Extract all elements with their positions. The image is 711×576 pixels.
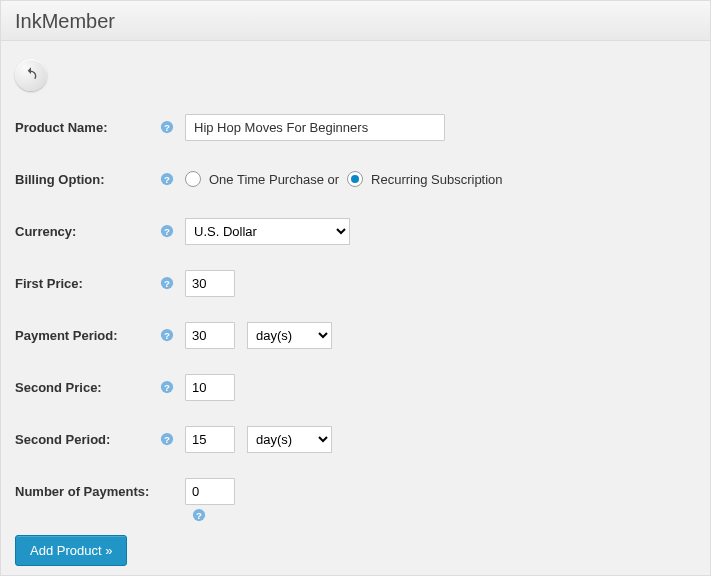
help-icon[interactable]: ?: [159, 119, 175, 135]
payment-period-unit-select[interactable]: day(s): [247, 322, 332, 349]
svg-text:?: ?: [196, 510, 202, 521]
row-second-period: Second Period: ? day(s): [15, 425, 696, 453]
row-payment-period: Payment Period: ? day(s): [15, 321, 696, 349]
label-second-period: Second Period: ?: [15, 431, 185, 447]
second-period-unit-select[interactable]: day(s): [247, 426, 332, 453]
radio-label-one-time: One Time Purchase or: [209, 172, 339, 187]
help-icon[interactable]: ?: [159, 431, 175, 447]
num-payments-input[interactable]: [185, 478, 235, 505]
radio-recurring[interactable]: [347, 171, 363, 187]
label-text: Billing Option:: [15, 172, 105, 187]
svg-text:?: ?: [164, 278, 170, 289]
product-name-input[interactable]: [185, 114, 445, 141]
second-period-input[interactable]: [185, 426, 235, 453]
add-product-button[interactable]: Add Product »: [15, 535, 127, 566]
panel-title: InkMember: [1, 1, 710, 41]
help-icon[interactable]: ?: [159, 223, 175, 239]
first-price-input[interactable]: [185, 270, 235, 297]
label-text: Currency:: [15, 224, 76, 239]
row-currency: Currency: ? U.S. Dollar: [15, 217, 696, 245]
row-billing-option: Billing Option: ? One Time Purchase or R…: [15, 165, 696, 193]
label-payment-period: Payment Period: ?: [15, 327, 185, 343]
label-currency: Currency: ?: [15, 223, 185, 239]
label-text: Payment Period:: [15, 328, 118, 343]
svg-text:?: ?: [164, 122, 170, 133]
row-second-price: Second Price: ?: [15, 373, 696, 401]
field-currency: U.S. Dollar: [185, 217, 696, 245]
svg-text:?: ?: [164, 174, 170, 185]
panel-body: Product Name: ? Billing Option: ? One T: [1, 41, 710, 576]
help-icon[interactable]: ?: [159, 171, 175, 187]
row-product-name: Product Name: ?: [15, 113, 696, 141]
label-text: First Price:: [15, 276, 83, 291]
label-product-name: Product Name: ?: [15, 119, 185, 135]
field-product-name: [185, 113, 696, 141]
row-num-payments: Number of Payments: ?: [15, 477, 696, 505]
svg-text:?: ?: [164, 330, 170, 341]
field-num-payments: [185, 477, 696, 505]
label-billing-option: Billing Option: ?: [15, 171, 185, 187]
billing-radio-group: One Time Purchase or Recurring Subscript…: [185, 171, 503, 187]
label-num-payments: Number of Payments:: [15, 484, 185, 499]
field-second-period: day(s): [185, 425, 696, 453]
row-first-price: First Price: ?: [15, 269, 696, 297]
help-icon[interactable]: ?: [159, 275, 175, 291]
label-text: Second Period:: [15, 432, 110, 447]
back-button[interactable]: [15, 59, 47, 91]
label-text: Product Name:: [15, 120, 107, 135]
label-text: Second Price:: [15, 380, 102, 395]
help-icon[interactable]: ?: [191, 507, 207, 523]
payment-period-input[interactable]: [185, 322, 235, 349]
radio-one-time[interactable]: [185, 171, 201, 187]
help-icon[interactable]: ?: [159, 379, 175, 395]
help-icon[interactable]: ?: [159, 327, 175, 343]
label-second-price: Second Price: ?: [15, 379, 185, 395]
second-price-input[interactable]: [185, 374, 235, 401]
inkmember-panel: InkMember Product Name: ? Billing Option…: [0, 0, 711, 576]
currency-select[interactable]: U.S. Dollar: [185, 218, 350, 245]
svg-text:?: ?: [164, 226, 170, 237]
svg-text:?: ?: [164, 382, 170, 393]
field-first-price: [185, 269, 696, 297]
radio-label-recurring: Recurring Subscription: [371, 172, 503, 187]
svg-text:?: ?: [164, 434, 170, 445]
field-payment-period: day(s): [185, 321, 696, 349]
label-text: Number of Payments:: [15, 484, 149, 499]
field-billing-option: One Time Purchase or Recurring Subscript…: [185, 165, 696, 193]
label-first-price: First Price: ?: [15, 275, 185, 291]
undo-icon: [23, 66, 39, 85]
field-second-price: [185, 373, 696, 401]
